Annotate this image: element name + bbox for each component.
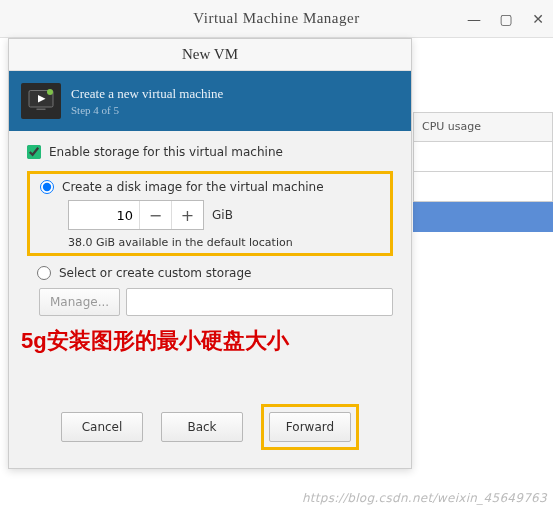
main-window-title: Virtual Machine Manager: [193, 10, 359, 27]
create-disk-label: Create a disk image for the virtual mach…: [62, 180, 324, 194]
forward-button[interactable]: Forward: [269, 412, 351, 442]
cpu-usage-column: CPU usage: [413, 112, 553, 232]
custom-storage-label: Select or create custom storage: [59, 266, 251, 280]
enable-storage-label: Enable storage for this virtual machine: [49, 145, 283, 159]
main-window-titlebar: Virtual Machine Manager — ▢ ✕: [0, 0, 553, 38]
custom-storage-radio[interactable]: [37, 266, 51, 280]
maximize-icon[interactable]: ▢: [497, 11, 515, 27]
cancel-button[interactable]: Cancel: [61, 412, 143, 442]
annotation-text: 5g安装图形的最小硬盘大小: [21, 326, 393, 356]
watermark-text: https://blog.csdn.net/weixin_45649763: [302, 491, 547, 505]
vm-monitor-icon: [21, 83, 61, 119]
dialog-step: Step 4 of 5: [71, 104, 223, 116]
table-row[interactable]: [413, 202, 553, 232]
svg-rect-3: [37, 109, 46, 111]
table-row[interactable]: [413, 172, 553, 202]
disk-size-input[interactable]: [69, 201, 139, 229]
dialog-title: New VM: [182, 46, 238, 63]
svg-point-2: [47, 89, 53, 95]
available-space-label: 38.0 GiB available in the default locati…: [68, 236, 380, 249]
dialog-footer: Cancel Back Forward: [9, 394, 411, 468]
close-icon[interactable]: ✕: [529, 11, 547, 27]
custom-storage-path-input[interactable]: [126, 288, 393, 316]
dialog-heading: Create a new virtual machine: [71, 86, 223, 102]
dialog-header: Create a new virtual machine Step 4 of 5: [9, 71, 411, 131]
custom-storage-controls: Manage...: [39, 288, 393, 316]
size-unit-label: GiB: [212, 208, 233, 222]
table-row[interactable]: [413, 142, 553, 172]
create-disk-radio[interactable]: [40, 180, 54, 194]
dialog-titlebar: New VM: [9, 39, 411, 71]
size-decrement-button[interactable]: −: [139, 201, 171, 229]
custom-storage-radio-row[interactable]: Select or create custom storage: [37, 266, 393, 280]
disk-size-spinner: − +: [68, 200, 204, 230]
dialog-body: Enable storage for this virtual machine …: [9, 131, 411, 394]
manage-button[interactable]: Manage...: [39, 288, 120, 316]
size-increment-button[interactable]: +: [171, 201, 203, 229]
disk-size-row: − + GiB: [68, 200, 380, 230]
enable-storage-checkbox-row[interactable]: Enable storage for this virtual machine: [27, 145, 393, 159]
cpu-usage-header[interactable]: CPU usage: [413, 112, 553, 142]
dialog-header-text: Create a new virtual machine Step 4 of 5: [71, 86, 223, 116]
create-disk-highlight: Create a disk image for the virtual mach…: [27, 171, 393, 256]
forward-highlight: Forward: [261, 404, 359, 450]
new-vm-dialog: New VM Create a new virtual machine Step…: [8, 38, 412, 469]
window-controls: — ▢ ✕: [465, 0, 547, 38]
back-button[interactable]: Back: [161, 412, 243, 442]
create-disk-radio-row[interactable]: Create a disk image for the virtual mach…: [40, 180, 380, 194]
enable-storage-checkbox[interactable]: [27, 145, 41, 159]
minimize-icon[interactable]: —: [465, 11, 483, 27]
